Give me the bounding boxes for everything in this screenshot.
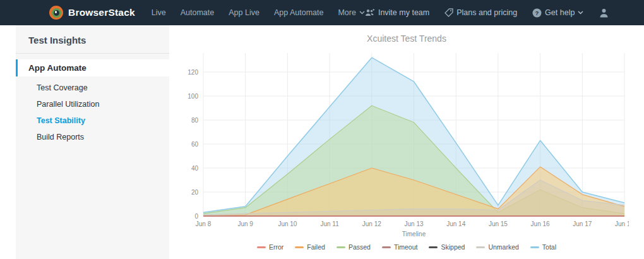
svg-text:60: 60 [191, 141, 199, 148]
nav-item-label: More [338, 8, 355, 17]
account-button[interactable] [599, 8, 609, 18]
help-question-icon: ? [532, 8, 542, 18]
legend-item-passed[interactable]: Passed [337, 243, 371, 251]
svg-text:20: 20 [191, 189, 199, 196]
sidebar-section-app-automate[interactable]: App Automate [16, 59, 169, 76]
svg-text:Jun 18: Jun 18 [615, 220, 629, 227]
sidebar-item-test-stability[interactable]: Test Stability [16, 112, 169, 129]
legend-label: Error [269, 243, 283, 251]
nav-item-label: Automate [181, 8, 215, 17]
test-trends-chart: 020406080100120Jun 8Jun 9Jun 10Jun 11Jun… [186, 48, 629, 240]
legend-swatch-total [530, 246, 539, 248]
primary-nav: LiveAutomateApp LiveApp AutomateMore [152, 8, 365, 17]
top-navbar: BrowserStack LiveAutomateApp LiveApp Aut… [0, 0, 644, 25]
svg-text:Jun 11: Jun 11 [320, 220, 339, 227]
get-help-menu[interactable]: ? Get help [532, 8, 583, 18]
legend-item-failed[interactable]: Failed [295, 243, 325, 251]
legend-label: Failed [307, 243, 325, 251]
svg-text:Jun 17: Jun 17 [573, 220, 592, 227]
legend-label: Unmarked [488, 243, 518, 251]
plans-pricing-label: Plans and pricing [456, 8, 517, 17]
svg-text:Jun 8: Jun 8 [196, 220, 212, 227]
svg-text:120: 120 [188, 69, 198, 76]
browserstack-logo-icon [49, 6, 63, 20]
nav-item-app-live[interactable]: App Live [229, 8, 259, 17]
nav-item-live[interactable]: Live [152, 8, 166, 17]
sidebar-item-build-reports[interactable]: Build Reports [16, 129, 169, 145]
get-help-label: Get help [545, 8, 575, 17]
legend-swatch-failed [295, 246, 304, 248]
legend-label: Skipped [441, 243, 465, 251]
svg-text:Jun 10: Jun 10 [278, 220, 297, 227]
legend-swatch-skipped [429, 246, 438, 248]
pricing-tag-icon [444, 8, 453, 17]
sidebar-items: Test CoverageParallel UtilizationTest St… [16, 76, 169, 145]
sidebar: Test Insights App Automate Test Coverage… [0, 25, 169, 259]
brand-name[interactable]: BrowserStack [68, 7, 135, 18]
nav-item-more[interactable]: More [338, 8, 364, 17]
chevron-down-icon [578, 11, 583, 15]
svg-text:Jun 14: Jun 14 [446, 220, 465, 227]
chart-title: Xcuitest Test Trends [169, 33, 644, 44]
legend-swatch-passed [337, 246, 345, 248]
nav-item-automate[interactable]: Automate [181, 8, 215, 17]
svg-text:?: ? [535, 9, 539, 16]
svg-text:Jun 12: Jun 12 [362, 220, 381, 227]
svg-text:Jun 16: Jun 16 [531, 220, 550, 227]
legend-swatch-timeout [382, 246, 391, 248]
invite-team-button[interactable]: Invite my team [365, 8, 429, 17]
svg-text:Jun 15: Jun 15 [489, 220, 508, 227]
chart-series-areas [203, 57, 624, 216]
x-axis-label: Timeline [402, 231, 426, 238]
svg-text:Jun 13: Jun 13 [404, 220, 423, 227]
legend-item-skipped[interactable]: Skipped [429, 243, 465, 251]
svg-text:80: 80 [191, 117, 199, 124]
legend-label: Total [542, 243, 556, 251]
legend-label: Passed [349, 243, 371, 251]
svg-text:100: 100 [188, 93, 198, 100]
legend-swatch-unmarked [476, 246, 485, 248]
sidebar-item-test-coverage[interactable]: Test Coverage [16, 80, 169, 96]
svg-text:40: 40 [191, 165, 199, 172]
sidebar-title: Test Insights [16, 25, 169, 54]
nav-item-label: Live [152, 8, 166, 17]
nav-item-label: App Automate [274, 8, 324, 17]
invite-team-label: Invite my team [378, 8, 429, 17]
legend-item-total[interactable]: Total [530, 243, 556, 251]
legend-item-timeout[interactable]: Timeout [382, 243, 418, 251]
main-content: Xcuitest Test Trends 020406080100120Jun … [169, 25, 644, 259]
svg-text:Jun 9: Jun 9 [237, 220, 253, 227]
legend-item-error[interactable]: Error [257, 243, 283, 251]
browserstack-logo[interactable]: BrowserStack [49, 6, 135, 20]
sidebar-item-parallel-utilization[interactable]: Parallel Utilization [16, 96, 169, 112]
svg-text:0: 0 [194, 213, 198, 220]
invite-team-icon [365, 9, 375, 16]
chevron-down-icon [359, 11, 365, 15]
nav-item-app-automate[interactable]: App Automate [274, 8, 324, 17]
chart-legend: ErrorFailedPassedTimeoutSkippedUnmarkedT… [169, 243, 644, 251]
legend-label: Timeout [394, 243, 418, 251]
nav-item-label: App Live [229, 8, 259, 17]
plans-pricing-button[interactable]: Plans and pricing [444, 8, 517, 17]
legend-swatch-error [257, 246, 266, 248]
user-avatar-icon [599, 8, 609, 18]
legend-item-unmarked[interactable]: Unmarked [476, 243, 518, 251]
